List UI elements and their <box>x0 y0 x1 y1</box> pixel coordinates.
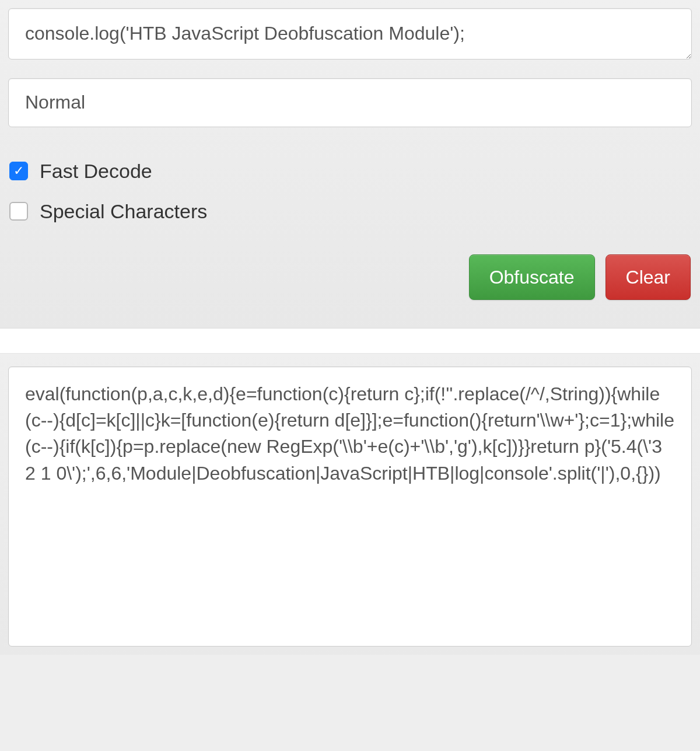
input-section: Normal ✓ Fast Decode Special Characters … <box>0 0 700 328</box>
clear-button[interactable]: Clear <box>606 254 691 300</box>
options-group: ✓ Fast Decode Special Characters <box>8 160 692 223</box>
fast-decode-option[interactable]: ✓ Fast Decode <box>9 160 692 183</box>
code-output[interactable]: eval(function(p,a,c,k,e,d){e=function(c)… <box>8 366 692 647</box>
output-section: eval(function(p,a,c,k,e,d){e=function(c)… <box>0 354 700 655</box>
fast-decode-checkbox[interactable]: ✓ <box>9 162 28 180</box>
obfuscate-button[interactable]: Obfuscate <box>469 254 595 300</box>
encoding-select-wrap: Normal <box>8 78 692 127</box>
check-icon: ✓ <box>13 165 24 177</box>
special-characters-label: Special Characters <box>40 200 207 223</box>
special-characters-option[interactable]: Special Characters <box>9 200 692 223</box>
special-characters-checkbox[interactable] <box>9 202 28 221</box>
fast-decode-label: Fast Decode <box>40 160 152 183</box>
encoding-select[interactable]: Normal <box>8 78 692 127</box>
encoding-select-value: Normal <box>25 92 85 113</box>
code-input[interactable] <box>8 8 692 60</box>
section-divider <box>0 328 700 354</box>
action-buttons: Obfuscate Clear <box>8 254 692 320</box>
